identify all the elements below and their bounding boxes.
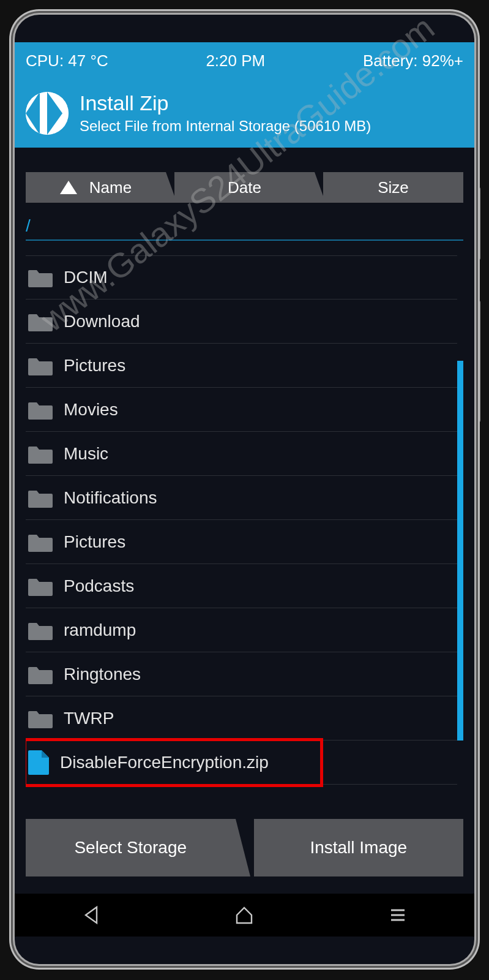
sort-name-label: Name xyxy=(89,178,132,197)
file-list[interactable]: DCIM Download Pictures Movies Music Noti… xyxy=(26,255,457,804)
folder-icon xyxy=(28,400,53,420)
folder-label: DCIM xyxy=(64,268,108,287)
sort-by-size-tab[interactable]: Size xyxy=(323,172,463,203)
folder-label: Download xyxy=(64,312,140,331)
install-image-button[interactable]: Install Image xyxy=(254,819,464,876)
file-label: DisableForceEncryption.zip xyxy=(60,753,269,772)
sort-size-label: Size xyxy=(378,178,409,197)
folder-label: Podcasts xyxy=(64,576,134,596)
folder-row-pictures-1[interactable]: Pictures xyxy=(26,344,457,388)
folder-row-notifications[interactable]: Notifications xyxy=(26,476,457,520)
status-cpu: CPU: 47 °C xyxy=(26,51,108,70)
phone-side-button-2 xyxy=(474,300,480,423)
folder-row-movies[interactable]: Movies xyxy=(26,388,457,432)
bottom-button-row: Select Storage Install Image xyxy=(26,819,463,876)
folder-icon xyxy=(28,665,53,684)
file-zip-icon xyxy=(28,750,49,775)
folder-row-pictures-2[interactable]: Pictures xyxy=(26,520,457,564)
phone-frame: CPU: 47 °C 2:20 PM Battery: 92%+ Install… xyxy=(15,15,474,964)
sort-tabs: Name Date Size xyxy=(15,148,474,211)
folder-icon xyxy=(28,312,53,331)
folder-icon xyxy=(28,620,53,640)
sort-date-label: Date xyxy=(228,178,261,197)
sort-by-name-tab[interactable]: Name xyxy=(26,172,166,203)
folder-row-ramdump[interactable]: ramdump xyxy=(26,608,457,652)
android-navigation-bar xyxy=(15,894,474,937)
folder-icon xyxy=(28,356,53,375)
folder-label: Music xyxy=(64,444,108,464)
status-battery: Battery: 92%+ xyxy=(363,51,463,70)
file-row-disableforceencryption-zip[interactable]: DisableForceEncryption.zip xyxy=(26,741,457,785)
scrollbar[interactable] xyxy=(457,361,463,741)
phone-side-button-1 xyxy=(474,187,480,260)
folder-label: Pictures xyxy=(64,356,125,375)
screen-title: Install Zip xyxy=(80,92,371,115)
folder-label: ramdump xyxy=(64,620,136,640)
folder-icon xyxy=(28,532,53,552)
nav-home-icon[interactable] xyxy=(234,905,255,925)
folder-icon xyxy=(28,268,53,287)
nav-recents-icon[interactable] xyxy=(387,905,408,925)
install-image-label: Install Image xyxy=(310,838,407,858)
screen: CPU: 47 °C 2:20 PM Battery: 92%+ Install… xyxy=(15,42,474,937)
current-path[interactable]: / xyxy=(15,211,474,239)
folder-row-twrp[interactable]: TWRP xyxy=(26,696,457,741)
status-bar: CPU: 47 °C 2:20 PM Battery: 92%+ xyxy=(15,42,474,79)
select-storage-label: Select Storage xyxy=(74,838,187,858)
folder-icon xyxy=(28,709,53,728)
folder-row-podcasts[interactable]: Podcasts xyxy=(26,564,457,608)
folder-row-ringtones[interactable]: Ringtones xyxy=(26,652,457,696)
status-time: 2:20 PM xyxy=(206,51,265,70)
folder-icon xyxy=(28,576,53,596)
title-bar: Install Zip Select File from Internal St… xyxy=(15,79,474,148)
folder-label: Movies xyxy=(64,400,118,420)
folder-icon xyxy=(28,444,53,464)
folder-label: Notifications xyxy=(64,488,157,508)
screen-subtitle: Select File from Internal Storage (50610… xyxy=(80,118,371,135)
sort-ascending-icon xyxy=(60,181,77,194)
folder-row-download[interactable]: Download xyxy=(26,300,457,344)
sort-by-date-tab[interactable]: Date xyxy=(174,172,315,203)
folder-row-dcim[interactable]: DCIM xyxy=(26,255,457,300)
twrp-logo-icon xyxy=(26,92,69,135)
folder-icon xyxy=(28,488,53,508)
folder-row-music[interactable]: Music xyxy=(26,432,457,476)
select-storage-button[interactable]: Select Storage xyxy=(26,819,236,876)
folder-label: TWRP xyxy=(64,709,114,728)
nav-back-icon[interactable] xyxy=(81,905,102,925)
folder-label: Pictures xyxy=(64,532,125,552)
path-divider xyxy=(26,239,463,241)
folder-label: Ringtones xyxy=(64,665,141,684)
